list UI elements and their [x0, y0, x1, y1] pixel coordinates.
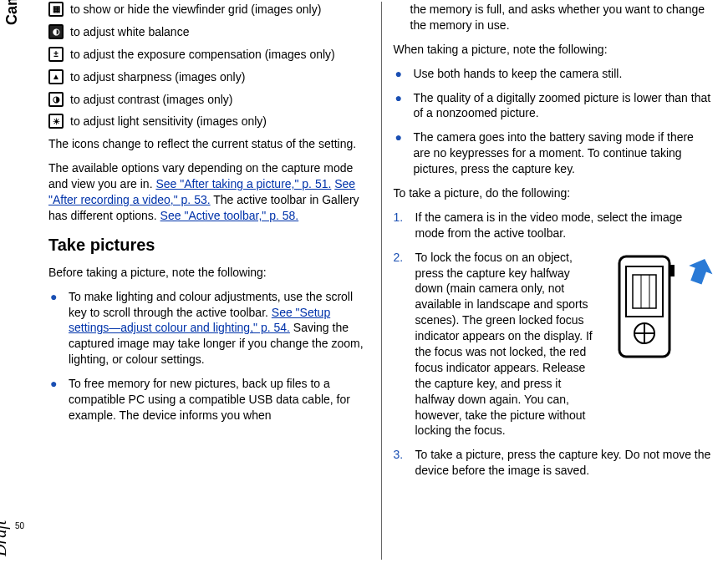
svg-rect-8: [669, 265, 675, 276]
text: to adjust white balance: [70, 24, 189, 40]
step-number: 1.: [394, 210, 404, 226]
text: To lock the focus on an object, press th…: [415, 250, 598, 439]
toolbar-item-iso: ☀ to adjust light sensitivity (images on…: [48, 114, 369, 129]
step-1: 1. If the camera is in the video mode, s…: [410, 210, 714, 241]
page-number: 50: [15, 520, 24, 532]
paragraph: Before taking a picture, note the follow…: [48, 265, 369, 281]
exposure-icon: ±: [48, 47, 64, 62]
step-number: 3.: [394, 447, 404, 463]
text: to adjust contrast (images only): [70, 92, 233, 108]
list-item: Use both hands to keep the camera still.: [410, 66, 714, 82]
text: To take a picture, press the capture key…: [415, 448, 711, 477]
column-right: the memory is full, and asks whether you…: [381, 2, 725, 560]
toolbar-item-sharpness: ▲ to adjust sharpness (images only): [48, 69, 369, 85]
paragraph: The icons change to reflect the current …: [48, 136, 369, 152]
numbered-steps: 1. If the camera is in the video mode, s…: [394, 210, 714, 479]
list-item: To free memory for new pictures, back up…: [65, 376, 369, 424]
bullet-list: To make lighting and colour adjustments,…: [48, 289, 369, 424]
white-balance-icon: ◐: [48, 24, 64, 39]
bullet-list: Use both hands to keep the camera still.…: [394, 66, 714, 177]
iso-icon: ☀: [48, 114, 64, 129]
sharpness-icon: ▲: [48, 69, 64, 84]
section-label: Camera: [2, 0, 22, 25]
column-left: ▦ to show or hide the viewfinder grid (i…: [37, 2, 381, 560]
toolbar-item-exposure: ± to adjust the exposure compensation (i…: [48, 47, 369, 63]
text: to adjust light sensitivity (images only…: [70, 114, 267, 129]
continuation-text: the memory is full, and asks whether you…: [394, 2, 714, 33]
contrast-icon: ◑: [48, 92, 64, 107]
draft-watermark: Draft: [0, 520, 12, 556]
step-number: 2.: [394, 250, 404, 266]
phone-capture-illustration: [604, 250, 713, 367]
text: If the camera is in the video mode, sele…: [415, 210, 683, 240]
list-item: The quality of a digitally zoomed pictur…: [410, 90, 714, 122]
text: to show or hide the viewfinder grid (ima…: [70, 2, 321, 18]
step-2: 2. To lock the focus on an object, press…: [410, 250, 714, 439]
paragraph: To take a picture, do the following:: [394, 185, 714, 201]
link-after-taking-picture[interactable]: See "After taking a picture," p. 51.: [155, 177, 331, 190]
heading-take-pictures: Take pictures: [48, 234, 369, 256]
step-3: 3. To take a picture, press the capture …: [410, 447, 714, 479]
toolbar-item-grid: ▦ to show or hide the viewfinder grid (i…: [48, 2, 369, 18]
svg-rect-1: [626, 266, 663, 317]
list-item: The camera goes into the battery saving …: [410, 129, 714, 177]
text: to adjust sharpness (images only): [70, 69, 245, 85]
toolbar-item-contrast: ◑ to adjust contrast (images only): [48, 92, 369, 108]
grid-icon: ▦: [48, 2, 64, 17]
list-item: To make lighting and colour adjustments,…: [65, 289, 369, 368]
link-active-toolbar[interactable]: See "Active toolbar," p. 58.: [160, 209, 299, 222]
text: to adjust the exposure compensation (ima…: [70, 47, 335, 63]
paragraph: The available options vary depending on …: [48, 160, 369, 224]
paragraph: When taking a picture, note the followin…: [394, 42, 714, 58]
toolbar-item-white-balance: ◐ to adjust white balance: [48, 24, 369, 40]
two-column-layout: ▦ to show or hide the viewfinder grid (i…: [0, 0, 728, 563]
